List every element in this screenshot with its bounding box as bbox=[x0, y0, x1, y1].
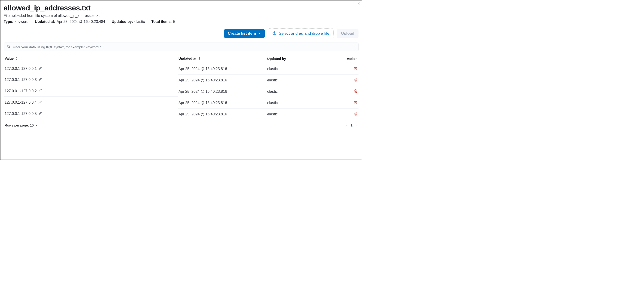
chevron-down-icon bbox=[35, 123, 38, 127]
trash-icon[interactable] bbox=[354, 78, 358, 82]
cell-updated-by: elastic bbox=[266, 108, 330, 120]
cell-value: 127.0.0.1-127.0.0.1 bbox=[4, 63, 178, 74]
trash-icon[interactable] bbox=[354, 89, 358, 93]
table-row: 127.0.0.1-127.0.0.3Apr 25, 2024 @ 16:40:… bbox=[4, 75, 358, 86]
cell-value: 127.0.0.1-127.0.0.5 bbox=[4, 108, 178, 119]
sort-both-icon bbox=[16, 57, 18, 61]
meta-type-value: keyword bbox=[14, 20, 28, 24]
cell-value-text: 127.0.0.1-127.0.0.4 bbox=[4, 100, 37, 105]
meta-total-items: Total items: 5 bbox=[151, 20, 175, 24]
meta-updated-by-label: Updated by: bbox=[112, 20, 133, 24]
table-footer: Rows per page: 10 1 bbox=[4, 120, 358, 129]
cell-updated-by: elastic bbox=[266, 63, 330, 75]
cell-action bbox=[330, 63, 358, 75]
search-bar[interactable] bbox=[4, 43, 358, 51]
rows-per-page-dropdown[interactable]: Rows per page: 10 bbox=[4, 123, 38, 127]
meta-updated-at-label: Updated at: bbox=[35, 20, 55, 24]
cell-updated-at: Apr 25, 2024 @ 16:40:23.816 bbox=[178, 63, 266, 75]
file-drop-zone[interactable]: Select or drag and drop a file bbox=[268, 29, 334, 38]
meta-total-items-value: 5 bbox=[173, 20, 175, 24]
cell-updated-at: Apr 25, 2024 @ 16:40:23.816 bbox=[178, 97, 266, 108]
trash-icon[interactable] bbox=[354, 112, 358, 116]
cell-action bbox=[330, 86, 358, 97]
search-icon bbox=[7, 45, 10, 49]
pagination: 1 bbox=[345, 123, 358, 127]
pagination-prev[interactable] bbox=[345, 123, 348, 127]
svg-point-1 bbox=[8, 45, 10, 47]
table-row: 127.0.0.1-127.0.0.5Apr 25, 2024 @ 16:40:… bbox=[4, 108, 358, 120]
cell-value-text: 127.0.0.1-127.0.0.5 bbox=[4, 112, 37, 116]
trash-icon[interactable] bbox=[354, 67, 358, 70]
meta-row: Type: keyword Updated at: Apr 25, 2024 @… bbox=[4, 20, 358, 24]
cell-value-text: 127.0.0.1-127.0.0.3 bbox=[4, 78, 37, 82]
cell-updated-by: elastic bbox=[266, 75, 330, 86]
table-row: 127.0.0.1-127.0.0.4Apr 25, 2024 @ 16:40:… bbox=[4, 97, 358, 108]
cell-value: 127.0.0.1-127.0.0.4 bbox=[4, 97, 178, 108]
cell-value: 127.0.0.1-127.0.0.3 bbox=[4, 75, 178, 85]
page-subtitle: File uploaded from file system of allowe… bbox=[4, 14, 358, 18]
column-header-updated-by[interactable]: Updated by bbox=[266, 55, 330, 63]
items-table: Value Updated at Updated by Action 127.0… bbox=[4, 55, 358, 120]
pagination-page-1[interactable]: 1 bbox=[350, 123, 352, 127]
meta-updated-by: Updated by: elastic bbox=[112, 20, 145, 24]
create-list-item-label: Create list item bbox=[228, 31, 256, 36]
rows-per-page-label: Rows per page: 10 bbox=[4, 123, 34, 127]
meta-updated-at: Updated at: Apr 25, 2024 @ 16:40:23.484 bbox=[35, 20, 105, 24]
cell-value-text: 127.0.0.1-127.0.0.2 bbox=[4, 89, 37, 93]
download-icon bbox=[272, 31, 276, 36]
cell-action bbox=[330, 97, 358, 108]
cell-updated-at: Apr 25, 2024 @ 16:40:23.816 bbox=[178, 75, 266, 86]
column-header-value-label: Value bbox=[4, 57, 14, 60]
table-row: 127.0.0.1-127.0.0.1Apr 25, 2024 @ 16:40:… bbox=[4, 63, 358, 75]
cell-action bbox=[330, 108, 358, 120]
cell-updated-by: elastic bbox=[266, 86, 330, 97]
meta-updated-by-value: elastic bbox=[134, 20, 145, 24]
pencil-icon[interactable] bbox=[38, 100, 42, 105]
svg-line-2 bbox=[9, 47, 10, 48]
meta-type: Type: keyword bbox=[4, 20, 28, 24]
column-header-updated-at-label: Updated at bbox=[178, 57, 196, 60]
pagination-next[interactable] bbox=[355, 123, 358, 127]
page-title: allowed_ip_addresses.txt bbox=[4, 4, 358, 12]
cell-updated-by: elastic bbox=[266, 97, 330, 108]
upload-button[interactable]: Upload bbox=[337, 29, 358, 38]
pencil-icon[interactable] bbox=[38, 89, 42, 93]
close-icon: ✕ bbox=[357, 2, 360, 6]
meta-updated-at-value: Apr 25, 2024 @ 16:40:23.484 bbox=[56, 20, 105, 24]
meta-total-items-label: Total items: bbox=[151, 20, 172, 24]
cell-value: 127.0.0.1-127.0.0.2 bbox=[4, 86, 178, 97]
chevron-down-icon bbox=[258, 31, 261, 36]
table-row: 127.0.0.1-127.0.0.2Apr 25, 2024 @ 16:40:… bbox=[4, 86, 358, 97]
cell-updated-at: Apr 25, 2024 @ 16:40:23.816 bbox=[178, 108, 266, 120]
actions-row: Create list item Select or drag and drop… bbox=[4, 29, 358, 38]
file-drop-label: Select or drag and drop a file bbox=[279, 31, 329, 36]
create-list-item-button[interactable]: Create list item bbox=[224, 29, 265, 38]
pencil-icon[interactable] bbox=[38, 112, 42, 116]
cell-action bbox=[330, 75, 358, 86]
meta-type-label: Type: bbox=[4, 20, 13, 24]
search-input[interactable] bbox=[13, 45, 356, 49]
cell-updated-at: Apr 25, 2024 @ 16:40:23.816 bbox=[178, 86, 266, 97]
close-button[interactable]: ✕ bbox=[357, 2, 360, 6]
column-header-action: Action bbox=[330, 55, 358, 63]
column-header-updated-at[interactable]: Updated at bbox=[178, 55, 266, 63]
column-header-value[interactable]: Value bbox=[4, 55, 178, 63]
pencil-icon[interactable] bbox=[38, 78, 42, 82]
trash-icon[interactable] bbox=[354, 101, 358, 104]
pencil-icon[interactable] bbox=[38, 67, 42, 71]
cell-value-text: 127.0.0.1-127.0.0.1 bbox=[4, 67, 37, 71]
sort-down-icon bbox=[198, 57, 200, 61]
